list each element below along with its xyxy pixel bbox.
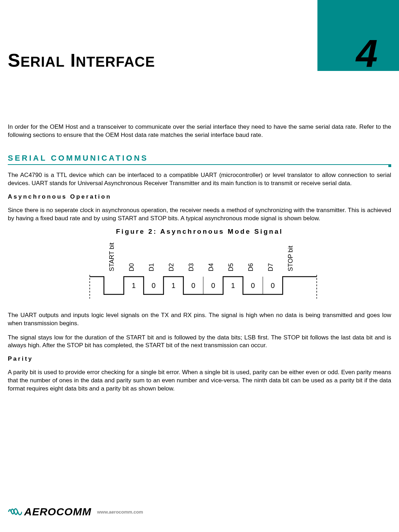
chapter-title: SERIAL INTERFACE: [8, 50, 155, 71]
svg-text:1: 1: [171, 282, 175, 289]
svg-text:1: 1: [231, 282, 235, 289]
svg-text:D5: D5: [227, 263, 234, 271]
chapter-number: 4: [356, 34, 378, 73]
subheading-async-operation: Asynchronous Operation: [8, 193, 391, 200]
sound-wave-icon: [8, 506, 22, 518]
svg-text:0: 0: [151, 282, 155, 289]
svg-text:0: 0: [211, 282, 215, 289]
svg-text:0: 0: [271, 282, 275, 289]
svg-text:D1: D1: [148, 263, 155, 271]
async-signal-chart: START bitD01D10D21D30D40D51D60D70STOP bi…: [72, 238, 327, 301]
intro-paragraph: In order for the OEM Host and a transcei…: [8, 123, 391, 139]
async-paragraph: Since there is no seperate clock in asyn…: [8, 206, 391, 223]
brand-logo: AEROCOMM: [8, 506, 92, 518]
page-footer: AEROCOMM www.aerocomm.com: [8, 506, 391, 518]
svg-text:D2: D2: [168, 263, 175, 271]
svg-text:STOP bit: STOP bit: [287, 245, 294, 271]
svg-text:D3: D3: [188, 263, 195, 271]
svg-text:D6: D6: [247, 263, 254, 271]
footer-url: www.aerocomm.com: [97, 509, 143, 515]
svg-text:0: 0: [251, 282, 255, 289]
section-rule: [8, 164, 391, 165]
parity-paragraph: A parity bit is used to provide error ch…: [8, 368, 391, 393]
svg-text:D0: D0: [128, 263, 135, 271]
brand-name: AEROCOMM: [24, 506, 92, 518]
svg-text:0: 0: [191, 282, 195, 289]
svg-text:1: 1: [132, 282, 135, 289]
section1-paragraph: The AC4790 is a TTL device which can be …: [8, 171, 391, 188]
svg-text:D4: D4: [207, 263, 215, 271]
subheading-parity: Parity: [8, 355, 391, 362]
after-chart-p1: The UART outputs and inputs logic level …: [8, 311, 391, 328]
section-heading-serial-communications: SERIAL COMMUNICATIONS: [8, 154, 391, 163]
figure-title: Figure 2: Asynchronous Mode Signal: [8, 228, 391, 235]
after-chart-p2: The signal stays low for the duration of…: [8, 334, 391, 350]
svg-text:START bit: START bit: [108, 243, 115, 271]
svg-text:D7: D7: [267, 263, 274, 271]
